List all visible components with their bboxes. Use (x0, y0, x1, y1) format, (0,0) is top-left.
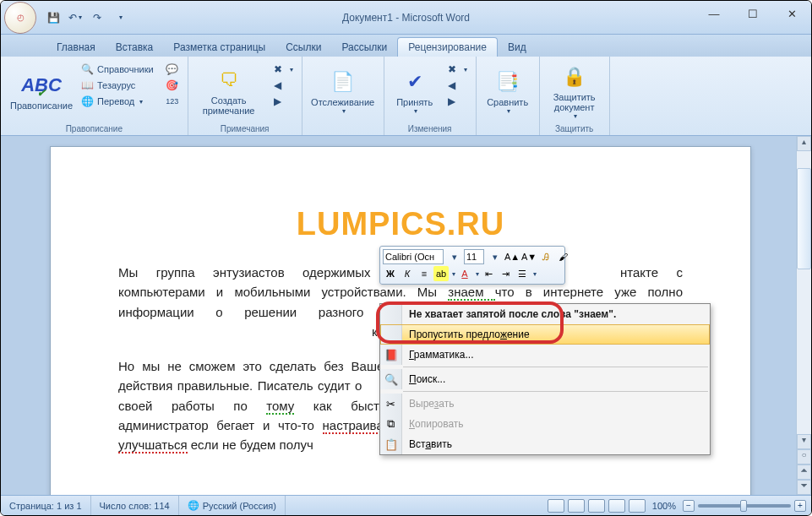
close-button[interactable]: ✕ (772, 1, 811, 26)
zoom-knob[interactable] (740, 500, 747, 512)
maximize-button[interactable]: ☐ (733, 1, 772, 26)
prev-change-button[interactable]: ◀ (442, 78, 471, 93)
accept-button[interactable]: ✔ Принять▾ (390, 60, 440, 122)
ctx-separator (403, 367, 708, 367)
group-tracking-title (308, 133, 379, 133)
scroll-up-icon[interactable]: ▴ (797, 136, 811, 151)
zoom-out-button[interactable]: − (683, 500, 695, 512)
group-proofing: ABC✔ Правописание 🔍Справочники 📖Тезаурус… (1, 57, 188, 135)
track-changes-button[interactable]: 📄 Отслеживание▾ (308, 60, 379, 122)
align-center-icon[interactable]: ≡ (417, 266, 432, 281)
browse-object-icon[interactable]: ○ (797, 449, 811, 464)
ctx-grammar[interactable]: 📕 Грамматика... (380, 345, 710, 365)
bold-icon[interactable]: Ж (383, 266, 398, 281)
group-protect: 🔒 Защитить документ▾ Защитить (540, 57, 610, 135)
shrink-font-icon[interactable]: A▼ (521, 249, 537, 264)
status-page[interactable]: Страница: 1 из 1 (1, 496, 91, 515)
wordcount-button[interactable]: 123 (162, 94, 183, 109)
tab-insert[interactable]: Вставка (106, 38, 164, 57)
prev-comment-icon: ◀ (271, 79, 285, 92)
tab-view[interactable]: Вид (498, 38, 537, 57)
group-compare-title (482, 133, 534, 133)
group-comments: 🗨 Создать примечание ✖▾ ◀ ▶ Примечания (188, 57, 302, 135)
protect-button[interactable]: 🔒 Защитить документ▾ (545, 60, 604, 122)
indent-increase-icon[interactable]: ⇥ (498, 266, 513, 281)
font-family-input[interactable] (383, 249, 444, 264)
thesaurus-button[interactable]: 📖Тезаурус (77, 78, 157, 93)
qat-customize-icon[interactable]: ▾ (112, 9, 129, 26)
view-web-button[interactable] (588, 499, 605, 513)
tab-mailings[interactable]: Рассылки (331, 38, 397, 57)
app-window: ◴ 💾 ↶▾ ↷ ▾ Документ1 - Microsoft Word — … (0, 0, 812, 516)
thesaurus-icon: 📖 (80, 79, 94, 92)
compare-button[interactable]: 📑 Сравнить▾ (482, 60, 534, 122)
set-lang-button[interactable]: 🎯 (162, 78, 183, 93)
delete-comment-button[interactable]: ✖▾ (268, 62, 297, 77)
scroll-thumb[interactable] (797, 168, 811, 269)
prev-comment-button[interactable]: ◀ (268, 78, 297, 93)
font-color-icon[interactable]: A (457, 266, 472, 281)
tab-layout[interactable]: Разметка страницы (163, 38, 275, 57)
ctx-paste[interactable]: 📋 Вставить (380, 434, 710, 454)
mini-toolbar: ▾ ▾ A▲ A▼ Ꭿ 🖌 Ж К ≡ ab▾ A▾ ⇤ ⇥ ☰▾ (379, 246, 565, 285)
next-change-button[interactable]: ▶ (442, 94, 471, 109)
lang-icon: 💬 (166, 62, 179, 76)
ctx-suggestion[interactable]: Не хватает запятой после слова "знаем". (380, 304, 710, 324)
zoom-level[interactable]: 100% (652, 501, 676, 511)
highlight-icon[interactable]: ab (433, 266, 449, 281)
format-painter-icon[interactable]: 🖌 (555, 249, 570, 264)
ribbon-tabs: Главная Вставка Разметка страницы Ссылки… (1, 35, 811, 57)
group-changes: ✔ Принять▾ ✖▾ ◀ ▶ Изменения (384, 57, 477, 135)
next-page-icon[interactable]: ⏷ (797, 480, 811, 495)
grammar-squiggle[interactable]: знаем (448, 285, 494, 301)
research-icon: 🔍 (80, 62, 94, 76)
styles-icon[interactable]: Ꭿ (538, 249, 553, 264)
reject-button[interactable]: ✖▾ (442, 62, 471, 77)
font-size-drop-icon[interactable]: ▾ (488, 249, 503, 264)
indent-decrease-icon[interactable]: ⇤ (481, 266, 496, 281)
grow-font-icon[interactable]: A▲ (504, 249, 520, 264)
status-wordcount[interactable]: Число слов: 114 (91, 496, 179, 515)
next-comment-button[interactable]: ▶ (268, 94, 297, 109)
status-language[interactable]: 🌐Русский (Россия) (179, 496, 286, 515)
group-proofing-title: Правописание (6, 123, 183, 133)
spelling-button[interactable]: ABC✔ Правописание (6, 60, 77, 122)
redo-icon[interactable]: ↷ (89, 9, 106, 26)
save-icon[interactable]: 💾 (45, 9, 62, 26)
tab-review[interactable]: Рецензирование (397, 37, 498, 57)
prev-page-icon[interactable]: ⏶ (797, 464, 811, 480)
new-comment-button[interactable]: 🗨 Создать примечание (193, 60, 264, 122)
ctx-ignore[interactable]: Пропустить предложение (380, 324, 710, 345)
grammar-icon: 📕 (380, 345, 402, 365)
tab-references[interactable]: Ссылки (275, 38, 331, 57)
minimize-button[interactable]: — (695, 1, 733, 26)
italic-icon[interactable]: К (400, 266, 415, 281)
vertical-scrollbar[interactable]: ▴ ▾ ○ ⏶ ⏷ (796, 136, 811, 495)
compare-icon: 📑 (494, 68, 521, 95)
bullets-icon[interactable]: ☰ (515, 266, 530, 281)
lang-button[interactable]: 💬 (162, 62, 183, 77)
ctx-lookup[interactable]: 🔍 Поиск... (380, 369, 710, 389)
view-fullscreen-button[interactable] (568, 499, 585, 513)
status-bar: Страница: 1 из 1 Число слов: 114 🌐Русски… (1, 495, 811, 515)
undo-icon[interactable]: ↶▾ (67, 9, 84, 26)
view-outline-button[interactable] (608, 499, 625, 513)
view-printlayout-button[interactable] (548, 499, 564, 513)
office-button[interactable]: ◴ (4, 2, 36, 34)
zoom-in-button[interactable]: + (794, 500, 806, 512)
font-family-drop-icon[interactable]: ▾ (447, 249, 462, 264)
blank-icon (380, 324, 402, 345)
group-protect-title: Защитить (545, 123, 604, 133)
tab-home[interactable]: Главная (46, 38, 106, 57)
zoom-slider[interactable] (698, 504, 791, 508)
cut-icon: ✂ (380, 394, 402, 414)
scroll-down-icon[interactable]: ▾ (797, 434, 811, 449)
reject-icon: ✖ (445, 62, 459, 76)
font-size-input[interactable] (464, 249, 484, 264)
group-comments-title: Примечания (193, 123, 297, 133)
prev-change-icon: ◀ (445, 79, 459, 92)
view-draft-button[interactable] (629, 499, 646, 513)
ctx-cut: ✂ Вырезать (380, 394, 710, 414)
research-button[interactable]: 🔍Справочники (77, 62, 157, 77)
translate-button[interactable]: 🌐Перевод▾ (77, 94, 157, 109)
